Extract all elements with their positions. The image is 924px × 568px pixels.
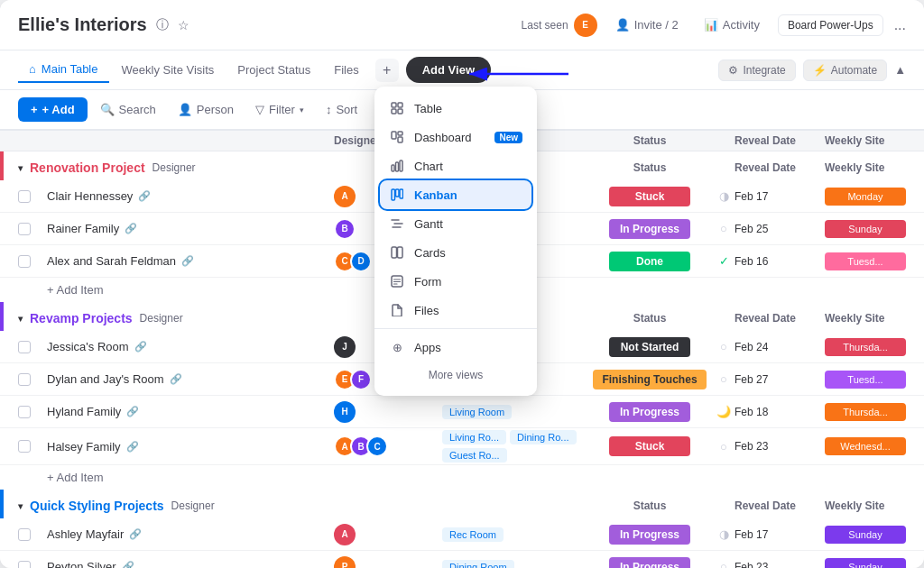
multi-avatars-2: B <box>334 218 356 240</box>
section-toggle-revamp[interactable]: ▾ <box>18 314 23 324</box>
menu-divider <box>374 328 537 329</box>
link-icon-q2[interactable]: 🔗 <box>122 561 134 568</box>
row-checkbox-r1[interactable] <box>18 341 47 353</box>
menu-item-kanban[interactable]: Kanban <box>380 180 531 209</box>
info-icon[interactable]: ⓘ <box>156 17 169 33</box>
status-badge-2[interactable]: In Progress <box>609 219 690 239</box>
row-designer-r4: A B C <box>334 435 442 457</box>
add-icon: + <box>31 103 38 116</box>
weekly-col-header-3: Weekly Site <box>825 499 906 512</box>
link-icon-2[interactable]: 🔗 <box>125 223 137 234</box>
link-icon-r4[interactable]: 🔗 <box>126 441 139 453</box>
link-icon-3[interactable]: 🔗 <box>181 255 194 267</box>
add-view-button[interactable]: Add View <box>406 57 491 83</box>
link-icon-r3[interactable]: 🔗 <box>126 406 139 417</box>
add-tab-button[interactable]: + <box>375 59 399 82</box>
weekly-badge-r4: Wednesd... <box>825 437 906 455</box>
row-checkbox-q2[interactable] <box>18 561 47 569</box>
room-tag-q2[interactable]: Dining Room <box>442 560 514 569</box>
sort-button[interactable]: ↕ Sort <box>317 98 366 121</box>
menu-label-gantt: Gantt <box>414 217 443 231</box>
dashboard-icon <box>389 129 405 145</box>
search-button[interactable]: 🔍 Search <box>91 98 165 121</box>
room-tag-r4c[interactable]: Guest Ro... <box>442 448 507 463</box>
user-icon: 👤 <box>615 18 630 32</box>
tab-label-files: Files <box>334 63 358 77</box>
activity-button[interactable]: 📊 Activity <box>697 14 767 35</box>
add-item-revamp[interactable]: + Add Item <box>0 465 924 490</box>
menu-label-dashboard: Dashboard <box>414 131 472 144</box>
section-toggle-quick[interactable]: ▾ <box>18 501 23 511</box>
kanban-icon <box>389 187 405 203</box>
row-room-r3: Living Room <box>442 405 587 419</box>
automate-button[interactable]: ⚡ Automate <box>803 60 887 81</box>
row-checkbox-q1[interactable] <box>18 528 47 541</box>
tabs-right: ⚙ Integrate ⚡ Automate ▲ <box>718 60 906 81</box>
menu-item-form[interactable]: Form <box>374 267 537 296</box>
menu-item-apps[interactable]: ⊕ Apps <box>374 333 537 362</box>
row-status-2: In Progress <box>587 219 713 239</box>
row-status-1: Stuck <box>587 187 713 206</box>
menu-item-table[interactable]: Table <box>374 94 537 123</box>
integrate-button[interactable]: ⚙ Integrate <box>718 60 795 81</box>
menu-item-files[interactable]: Files <box>374 296 537 325</box>
tab-files[interactable]: Files <box>323 58 369 82</box>
person-button[interactable]: 👤 Person <box>169 98 243 121</box>
add-button[interactable]: + + Add <box>18 97 88 122</box>
svg-rect-7 <box>392 165 394 171</box>
tab-project-status[interactable]: Project Status <box>226 58 321 82</box>
tab-weekly-site[interactable]: Weekly Site Visits <box>111 58 226 82</box>
more-views[interactable]: More views <box>374 362 537 389</box>
board-power-ups-button[interactable]: Board Power-Ups <box>778 14 883 36</box>
row-designer-q2: P <box>334 556 442 569</box>
room-tag-r3[interactable]: Living Room <box>442 405 512 419</box>
table-row: Peyton Silver 🔗 P Dining Room In Progres… <box>0 551 924 568</box>
add-label: + Add <box>42 103 75 116</box>
more-options-button[interactable]: ... <box>894 17 906 33</box>
status-badge-q1[interactable]: In Progress <box>609 525 690 545</box>
status-icon-1: ◑ <box>713 189 735 203</box>
row-room-q1: Rec Room <box>442 527 587 542</box>
row-checkbox-r2[interactable] <box>18 373 47 386</box>
link-icon-r2[interactable]: 🔗 <box>170 373 182 385</box>
menu-item-gantt[interactable]: Gantt <box>374 209 537 238</box>
weekly-col-header-2: Weekly Site <box>825 312 906 325</box>
automate-label: Automate <box>831 64 877 77</box>
app-title: Ellie's Interiors <box>18 14 147 35</box>
menu-item-dashboard[interactable]: Dashboard New <box>374 123 537 151</box>
menu-item-chart[interactable]: Chart <box>374 151 537 180</box>
avatar-r2b: F <box>350 369 372 390</box>
status-badge-3[interactable]: Done <box>609 252 690 271</box>
row-date-r1: Feb 24 <box>735 341 825 353</box>
menu-item-cards[interactable]: Cards <box>374 238 537 267</box>
collapse-icon[interactable]: ▲ <box>894 63 906 77</box>
status-badge-q2[interactable]: In Progress <box>609 557 690 569</box>
room-tag-q1[interactable]: Rec Room <box>442 527 504 542</box>
filter-button[interactable]: ▽ Filter ▾ <box>246 98 313 121</box>
section-quick: ▾ Quick Styling Projects Designer Status… <box>0 490 924 568</box>
room-tag-r4b[interactable]: Dining Ro... <box>510 430 576 444</box>
row-checkbox-r4[interactable] <box>18 440 47 453</box>
avatar-r3: H <box>334 401 356 423</box>
status-badge-r3[interactable]: In Progress <box>609 402 690 422</box>
status-icon-r1: ○ <box>713 340 735 353</box>
row-checkbox-r3[interactable] <box>18 406 47 418</box>
link-icon-r1[interactable]: 🔗 <box>134 341 147 353</box>
integrate-label: Integrate <box>743 64 785 77</box>
row-checkbox-3[interactable] <box>18 255 47 268</box>
status-badge-r1[interactable]: Not Started <box>609 337 690 357</box>
link-icon-q1[interactable]: 🔗 <box>129 528 142 540</box>
status-badge-r2[interactable]: Finishing Touches <box>593 370 706 389</box>
tab-main-table[interactable]: ⌂ Main Table <box>18 57 109 83</box>
weekly-badge-q1: Sunday <box>825 526 906 544</box>
room-tag-r4a[interactable]: Living Ro... <box>442 430 506 444</box>
row-checkbox-1[interactable] <box>18 190 47 203</box>
invite-button[interactable]: 👤 Invite / 2 <box>608 14 686 35</box>
status-badge-1[interactable]: Stuck <box>609 187 690 206</box>
link-icon-1[interactable]: 🔗 <box>138 190 151 202</box>
row-status-q2: In Progress <box>587 557 713 569</box>
status-badge-r4[interactable]: Stuck <box>609 436 690 456</box>
section-toggle-renovation[interactable]: ▾ <box>18 163 23 173</box>
row-checkbox-2[interactable] <box>18 223 47 235</box>
star-icon[interactable]: ☆ <box>178 18 189 32</box>
